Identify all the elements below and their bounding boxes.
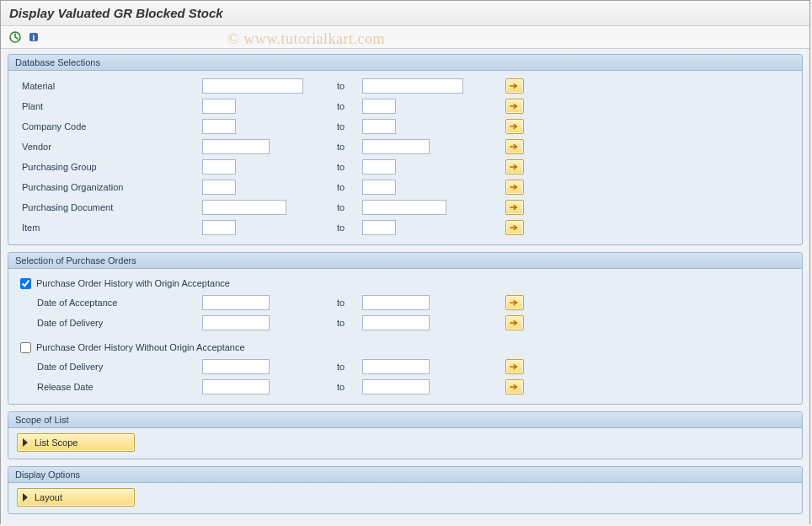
multiple-selection-button[interactable] <box>505 139 524 154</box>
selection-row-vendor: Vendorto <box>17 137 793 157</box>
material-to-input[interactable] <box>362 78 463 94</box>
to-label: to <box>337 142 362 152</box>
application-toolbar: i <box>1 26 809 49</box>
field-label: Purchasing Group <box>17 162 202 172</box>
vendor-from-input[interactable] <box>202 139 270 154</box>
plant-from-input[interactable] <box>202 99 236 114</box>
to-label: to <box>337 318 362 328</box>
multiple-selection-button[interactable] <box>505 295 524 310</box>
item-from-input[interactable] <box>202 220 236 235</box>
selection-row-plant: Plantto <box>17 96 793 116</box>
chevron-right-icon <box>23 438 28 447</box>
date_delivery_a-to-input[interactable] <box>362 315 430 330</box>
purch_doc-from-input[interactable] <box>202 200 286 215</box>
svg-text:i: i <box>33 33 35 42</box>
to-label: to <box>337 162 362 172</box>
to-label: to <box>337 223 362 233</box>
group-header: Selection of Purchase Orders <box>8 253 802 269</box>
selection-row-material: Materialto <box>17 76 793 96</box>
multiple-selection-button[interactable] <box>505 315 524 330</box>
to-label: to <box>337 382 362 392</box>
info-icon[interactable]: i <box>26 30 41 45</box>
to-label: to <box>337 298 362 308</box>
multiple-selection-button[interactable] <box>505 200 524 215</box>
selection-row-release_date: Release Dateto <box>17 377 793 397</box>
multiple-selection-button[interactable] <box>505 220 524 235</box>
multiple-selection-button[interactable] <box>505 78 524 94</box>
field-label: Date of Delivery <box>17 362 202 372</box>
date_accept-from-input[interactable] <box>202 295 270 310</box>
purch_doc-to-input[interactable] <box>362 200 446 215</box>
group-header: Database Selections <box>8 55 802 71</box>
selection-row-item: Itemto <box>17 217 793 238</box>
selection-row-purch_group: Purchasing Groupto <box>17 157 793 177</box>
company_code-from-input[interactable] <box>202 119 236 134</box>
multiple-selection-button[interactable] <box>505 359 524 374</box>
release_date-to-input[interactable] <box>362 379 430 394</box>
plant-to-input[interactable] <box>362 99 396 114</box>
to-label: to <box>337 101 362 111</box>
field-label: Release Date <box>17 382 202 392</box>
content-area: Database Selections MaterialtoPlanttoCom… <box>1 49 809 524</box>
purch_org-from-input[interactable] <box>202 180 236 195</box>
selection-row-purch_org: Purchasing Organizationto <box>17 177 793 197</box>
multiple-selection-button[interactable] <box>505 379 524 394</box>
selection-row-purch_doc: Purchasing Documentto <box>17 197 793 217</box>
chevron-right-icon <box>23 493 28 502</box>
group-display-options: Display Options Layout <box>8 466 803 514</box>
checkbox-label: Purchase Order History with Origin Accep… <box>36 278 230 288</box>
field-label: Purchasing Document <box>17 202 202 212</box>
field-label: Plant <box>17 101 202 111</box>
to-label: to <box>337 182 362 192</box>
multiple-selection-button[interactable] <box>505 180 524 195</box>
field-label: Company Code <box>17 121 202 132</box>
item-to-input[interactable] <box>362 220 396 235</box>
group-header: Display Options <box>8 467 802 483</box>
execute-icon[interactable] <box>8 30 23 45</box>
selection-row-company_code: Company Codeto <box>17 116 793 137</box>
purch_group-from-input[interactable] <box>202 159 236 174</box>
group-scope-of-list: Scope of List List Scope <box>8 411 803 459</box>
company_code-to-input[interactable] <box>362 119 396 134</box>
multiple-selection-button[interactable] <box>505 99 524 114</box>
checkbox-label: Purchase Order History Without Origin Ac… <box>36 342 245 352</box>
button-label: Layout <box>35 492 62 502</box>
selection-row-date_delivery_b: Date of Deliveryto <box>17 357 793 377</box>
purch_org-to-input[interactable] <box>362 180 396 195</box>
field-label: Material <box>17 81 202 91</box>
group-purchase-orders: Selection of Purchase Orders Purchase Or… <box>8 252 803 405</box>
button-label: List Scope <box>35 437 77 448</box>
group-header: Scope of List <box>8 412 802 428</box>
date_delivery_b-from-input[interactable] <box>202 359 270 374</box>
to-label: to <box>337 81 362 91</box>
date_delivery_b-to-input[interactable] <box>362 359 430 374</box>
checkbox-po-without-origin[interactable] <box>20 342 31 353</box>
field-label: Purchasing Organization <box>17 182 202 192</box>
to-label: to <box>337 362 362 372</box>
page-title: Display Valuated GR Blocked Stock <box>1 1 809 26</box>
multiple-selection-button[interactable] <box>505 159 524 174</box>
layout-button[interactable]: Layout <box>17 488 135 507</box>
sap-window: Display Valuated GR Blocked Stock i © ww… <box>0 0 810 524</box>
multiple-selection-button[interactable] <box>505 119 524 134</box>
purch_group-to-input[interactable] <box>362 159 396 174</box>
release_date-from-input[interactable] <box>202 379 270 394</box>
field-label: Vendor <box>17 142 202 152</box>
selection-row-date_accept: Date of Acceptanceto <box>17 293 793 313</box>
to-label: to <box>337 121 362 132</box>
vendor-to-input[interactable] <box>362 139 430 154</box>
selection-row-date_delivery_a: Date of Deliveryto <box>17 313 793 333</box>
field-label: Date of Acceptance <box>17 298 202 308</box>
list-scope-button[interactable]: List Scope <box>17 433 135 452</box>
date_delivery_a-from-input[interactable] <box>202 315 270 330</box>
to-label: to <box>337 202 362 212</box>
field-label: Item <box>17 223 202 233</box>
date_accept-to-input[interactable] <box>362 295 430 310</box>
field-label: Date of Delivery <box>17 318 202 328</box>
material-from-input[interactable] <box>202 78 303 94</box>
checkbox-po-with-origin[interactable] <box>20 278 31 289</box>
group-database-selections: Database Selections MaterialtoPlanttoCom… <box>8 54 803 245</box>
